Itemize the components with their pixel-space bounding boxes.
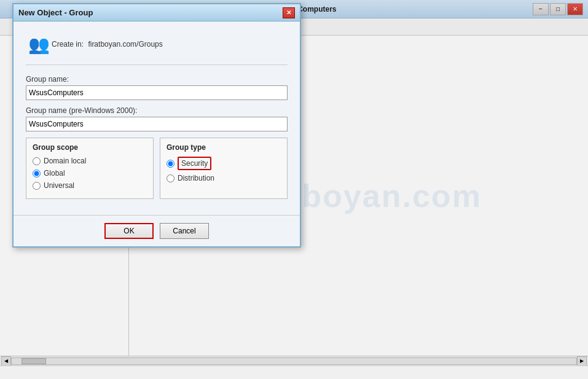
users-icon: 👥 [28,34,50,55]
scope-global-radio[interactable] [33,170,41,178]
scope-universal-option[interactable]: Universal [33,181,147,190]
scope-domain-local-radio[interactable] [33,157,41,165]
dialog-header: 👥 Create in: firatboyan.com/Groups [26,31,288,65]
type-distribution-option[interactable]: Distribution [167,174,281,182]
scope-domain-local-option[interactable]: Domain local [33,157,147,165]
group-scope-panel: Group scope Domain local Global Universa… [26,138,154,199]
group-type-title: Group type [167,143,281,152]
scope-global-label: Global [44,169,65,178]
dialog-buttons: OK Cancel [14,216,300,246]
group-type-panel: Group type Security Distribution [160,138,288,199]
group-name-pre2000-label: Group name (pre-Windows 2000): [26,106,288,115]
group-scope-title: Group scope [33,143,147,152]
dialog-title-bar: New Object - Group ✕ [14,4,300,21]
dialog-body: 👥 Create in: firatboyan.com/Groups Group… [14,21,300,209]
type-security-label: Security [178,157,211,170]
dialog-overlay: New Object - Group ✕ 👥 Create in: firatb… [0,0,588,365]
groups-icon: 👥 [26,31,52,57]
type-distribution-radio[interactable] [167,174,174,182]
status-bar [0,365,588,379]
group-name-label: Group name: [26,75,288,84]
scope-global-option[interactable]: Global [33,169,147,178]
type-distribution-label: Distribution [178,174,214,182]
new-object-group-dialog: New Object - Group ✕ 👥 Create in: firatb… [12,3,301,248]
main-window: Active Directory Users and Computers − □… [0,0,588,379]
type-security-option[interactable]: Security [167,157,281,170]
scope-domain-local-label: Domain local [44,157,86,165]
scope-universal-label: Universal [44,181,74,190]
dialog-close-button[interactable]: ✕ [283,7,295,18]
group-name-pre2000-section: Group name (pre-Windows 2000): [26,106,288,131]
dialog-title: New Object - Group [18,8,93,17]
ok-button[interactable]: OK [104,223,154,239]
group-name-input[interactable] [26,85,288,100]
cancel-button[interactable]: Cancel [160,223,209,239]
options-row: Group scope Domain local Global Universa… [26,138,288,199]
group-name-pre2000-input[interactable] [26,117,288,131]
group-name-section: Group name: [26,75,288,100]
type-security-radio[interactable] [167,160,174,168]
create-in-label: Create in: [52,40,84,49]
create-in-section: Create in: firatboyan.com/Groups [52,40,163,49]
scope-universal-radio[interactable] [33,182,41,190]
create-in-value: firatboyan.com/Groups [88,40,162,49]
